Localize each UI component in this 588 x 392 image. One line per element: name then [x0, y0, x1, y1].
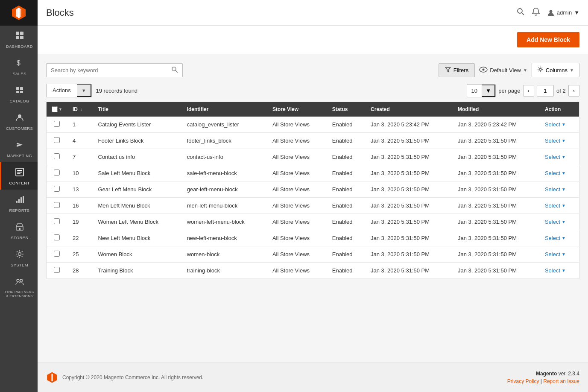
- search-icon[interactable]: [516, 7, 525, 18]
- row-select-action[interactable]: Select ▼: [545, 154, 574, 160]
- page-number-input[interactable]: [537, 85, 554, 97]
- row-title: Gear Left Menu Block: [93, 181, 182, 198]
- sidebar-item-marketing[interactable]: MARKETING: [0, 135, 38, 162]
- sidebar-item-reports[interactable]: REPORTS: [0, 190, 38, 217]
- report-issue-link[interactable]: Report an Issue: [543, 378, 579, 384]
- row-store-view: All Store Views: [267, 263, 327, 279]
- privacy-policy-link[interactable]: Privacy Policy: [507, 378, 539, 384]
- action-arrow-icon: ▼: [562, 219, 566, 224]
- action-arrow-icon: ▼: [562, 171, 566, 176]
- row-created: Jan 3, 2020 5:31:50 PM: [366, 246, 453, 263]
- sidebar-item-stores[interactable]: STORES: [0, 217, 38, 244]
- actions-label: Actions: [47, 84, 77, 97]
- search-submit-icon[interactable]: [171, 66, 178, 74]
- row-modified: Jan 3, 2020 5:31:50 PM: [453, 263, 540, 279]
- total-pages: of 2: [556, 88, 566, 94]
- svg-rect-7: [20, 36, 23, 39]
- search-box[interactable]: [46, 63, 183, 77]
- sidebar-item-find-partners[interactable]: FIND PARTNERS& EXTENSIONS: [0, 272, 38, 302]
- actions-dropdown-group: Actions ▼: [46, 84, 92, 97]
- sidebar-item-system[interactable]: SYSTEM: [0, 244, 38, 272]
- footer-right: Magento ver. 2.3.4 Privacy Policy | Repo…: [507, 371, 579, 384]
- row-select-action[interactable]: Select ▼: [545, 170, 574, 176]
- row-checkbox[interactable]: [54, 267, 60, 273]
- row-checkbox[interactable]: [54, 170, 60, 176]
- sidebar-logo: [0, 0, 38, 26]
- svg-rect-17: [17, 172, 22, 173]
- next-page-button[interactable]: ›: [568, 85, 579, 97]
- footer-logo-area: Copyright © 2020 Magento Commerce Inc. A…: [46, 372, 203, 383]
- row-select-action[interactable]: Select ▼: [545, 235, 574, 241]
- table-row: 4 Footer Links Block footer_links_block …: [47, 133, 579, 149]
- row-action: Select ▼: [540, 230, 579, 246]
- page-content: Add New Block Filters: [38, 26, 588, 363]
- row-checkbox[interactable]: [54, 121, 60, 127]
- svg-rect-10: [20, 87, 23, 90]
- row-select-action[interactable]: Select ▼: [545, 202, 574, 209]
- action-bar: Add New Block: [38, 26, 588, 54]
- row-store-view: All Store Views: [267, 198, 327, 214]
- svg-rect-4: [16, 32, 19, 35]
- row-checkbox-cell: [47, 198, 67, 214]
- row-action: Select ▼: [540, 214, 579, 230]
- row-store-view: All Store Views: [267, 133, 327, 149]
- row-checkbox[interactable]: [54, 137, 60, 143]
- row-checkbox[interactable]: [54, 186, 60, 192]
- sidebar-item-content[interactable]: CONTENT: [0, 162, 38, 190]
- per-page-dropdown-button[interactable]: ▼: [482, 85, 495, 97]
- row-created: Jan 3, 2020 5:31:50 PM: [366, 214, 453, 230]
- sidebar-item-dashboard[interactable]: DASHBOARD: [0, 26, 38, 53]
- row-select-action[interactable]: Select ▼: [545, 219, 574, 225]
- add-new-block-button[interactable]: Add New Block: [517, 32, 579, 47]
- columns-button[interactable]: Columns ▼: [532, 63, 579, 77]
- actions-dropdown-button[interactable]: ▼: [77, 84, 91, 97]
- row-checkbox[interactable]: [54, 218, 60, 224]
- row-action: Select ▼: [540, 198, 579, 214]
- prev-page-button[interactable]: ‹: [523, 85, 534, 97]
- table-body: 1 Catalog Events Lister catalog_events_l…: [47, 117, 579, 279]
- row-id: 16: [67, 198, 93, 214]
- row-checkbox[interactable]: [54, 202, 60, 208]
- row-select-action[interactable]: Select ▼: [545, 251, 574, 257]
- row-checkbox[interactable]: [54, 153, 60, 159]
- svg-rect-21: [20, 197, 22, 203]
- sidebar-item-sales[interactable]: $ SALES: [0, 53, 38, 80]
- user-menu[interactable]: admin ▼: [547, 9, 579, 17]
- filters-button[interactable]: Filters: [439, 63, 475, 77]
- svg-point-35: [539, 68, 541, 70]
- svg-point-26: [17, 279, 19, 282]
- row-id: 1: [67, 117, 93, 133]
- row-checkbox[interactable]: [54, 251, 60, 257]
- notification-icon[interactable]: [532, 7, 540, 18]
- row-checkbox[interactable]: [54, 234, 60, 240]
- table-row: 7 Contact us info contact-us-info All St…: [47, 149, 579, 165]
- search-input[interactable]: [51, 67, 171, 73]
- row-status: Enabled: [327, 230, 366, 246]
- sidebar-item-catalog[interactable]: CATALOG: [0, 80, 38, 108]
- header-cb-dropdown-arrow[interactable]: ▼: [59, 107, 62, 111]
- svg-text:$: $: [17, 59, 20, 67]
- svg-rect-22: [23, 196, 24, 203]
- content-icon: [15, 167, 24, 179]
- table-row: 19 Women Left Menu Block women-left-menu…: [47, 214, 579, 230]
- view-selector[interactable]: Default View ▼: [479, 66, 527, 74]
- row-modified: Jan 3, 2020 5:31:50 PM: [453, 149, 540, 165]
- svg-marker-14: [17, 143, 23, 147]
- sidebar-item-label: DASHBOARD: [6, 44, 33, 49]
- sidebar-item-customers[interactable]: CUSTOMERS: [0, 108, 38, 135]
- row-select-action[interactable]: Select ▼: [545, 267, 574, 274]
- row-select-action[interactable]: Select ▼: [545, 186, 574, 193]
- row-checkbox-cell: [47, 214, 67, 230]
- row-select-action[interactable]: Select ▼: [545, 137, 574, 144]
- row-modified: Jan 3, 2020 5:31:50 PM: [453, 181, 540, 198]
- row-action: Select ▼: [540, 181, 579, 198]
- header-id[interactable]: ID ↓: [67, 102, 93, 117]
- blocks-table: ▼ ID ↓ Title Identifier Store View Statu…: [46, 102, 579, 279]
- row-store-view: All Store Views: [267, 165, 327, 181]
- row-modified: Jan 3, 2020 5:31:50 PM: [453, 246, 540, 263]
- select-all-checkbox[interactable]: [52, 106, 58, 112]
- svg-rect-19: [16, 201, 18, 203]
- page-title: Blocks: [46, 7, 516, 18]
- row-store-view: All Store Views: [267, 246, 327, 263]
- row-select-action[interactable]: Select ▼: [545, 121, 574, 128]
